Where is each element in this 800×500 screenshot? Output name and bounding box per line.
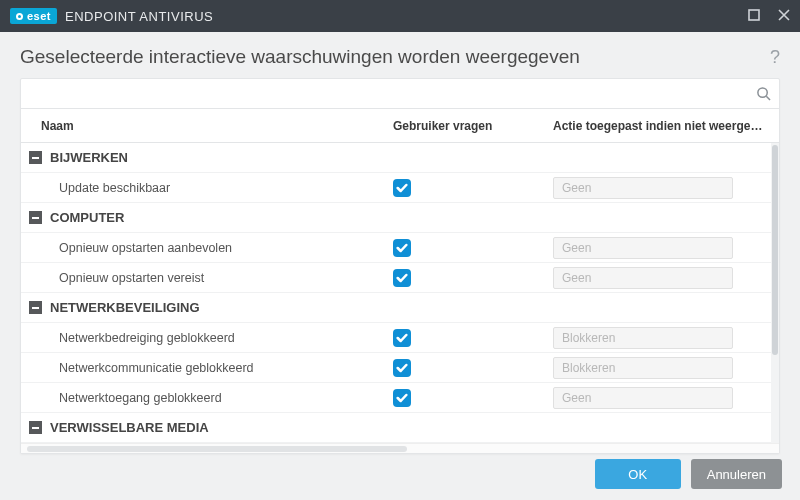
help-icon[interactable]: ? <box>770 47 780 68</box>
window-close-icon[interactable] <box>778 9 790 24</box>
group-row: NETWERKBEVEILIGING <box>21 293 779 323</box>
ask-user-checkbox[interactable] <box>393 359 411 377</box>
group-row: COMPUTER <box>21 203 779 233</box>
group-label: VERWISSELBARE MEDIA <box>50 420 209 435</box>
settings-panel: Naam Gebruiker vragen Actie toegepast in… <box>20 78 780 454</box>
item-name: Netwerkbedreiging geblokkeerd <box>21 331 381 345</box>
ok-button[interactable]: OK <box>595 459 681 489</box>
item-name: Netwerktoegang geblokkeerd <box>21 391 381 405</box>
collapse-icon[interactable] <box>29 151 42 164</box>
item-name: Update beschikbaar <box>21 181 381 195</box>
ask-user-checkbox[interactable] <box>393 269 411 287</box>
search-input[interactable] <box>29 85 756 102</box>
table-row: Netwerkcommunicatie geblokkeerd <box>21 353 779 383</box>
group-row: BIJWERKEN <box>21 143 779 173</box>
svg-point-1 <box>758 88 767 97</box>
collapse-icon[interactable] <box>29 211 42 224</box>
search-icon[interactable] <box>756 86 771 101</box>
brand-text: eset <box>27 10 51 22</box>
window-maximize-icon[interactable] <box>748 9 760 24</box>
action-input[interactable] <box>553 327 733 349</box>
alerts-table: Naam Gebruiker vragen Actie toegepast in… <box>21 109 779 453</box>
table-row: Opnieuw opstarten vereist <box>21 263 779 293</box>
group-row: VERWISSELBARE MEDIA <box>21 413 779 443</box>
item-name: Opnieuw opstarten aanbevolen <box>21 241 381 255</box>
action-input[interactable] <box>553 357 733 379</box>
table-header: Naam Gebruiker vragen Actie toegepast in… <box>21 109 779 143</box>
group-label: NETWERKBEVEILIGING <box>50 300 200 315</box>
item-name: Opnieuw opstarten vereist <box>21 271 381 285</box>
app-title: ENDPOINT ANTIVIRUS <box>65 9 213 24</box>
search-bar <box>21 79 779 109</box>
svg-rect-0 <box>749 10 759 20</box>
dialog-footer: OK Annuleren <box>0 448 800 500</box>
table-body: BIJWERKENUpdate beschikbaarCOMPUTEROpnie… <box>21 143 779 443</box>
table-row: Update beschikbaar <box>21 173 779 203</box>
ask-user-checkbox[interactable] <box>393 389 411 407</box>
col-action[interactable]: Actie toegepast indien niet weergegeven <box>541 119 779 133</box>
ask-user-checkbox[interactable] <box>393 329 411 347</box>
group-label: BIJWERKEN <box>50 150 128 165</box>
table-row: Netwerktoegang geblokkeerd <box>21 383 779 413</box>
collapse-icon[interactable] <box>29 421 42 434</box>
action-input[interactable] <box>553 237 733 259</box>
action-input[interactable] <box>553 267 733 289</box>
ask-user-checkbox[interactable] <box>393 239 411 257</box>
group-label: COMPUTER <box>50 210 124 225</box>
action-input[interactable] <box>553 387 733 409</box>
table-row: Netwerkbedreiging geblokkeerd <box>21 323 779 353</box>
action-input[interactable] <box>553 177 733 199</box>
item-name: Netwerkcommunicatie geblokkeerd <box>21 361 381 375</box>
brand-badge: eset <box>10 8 57 24</box>
cancel-button[interactable]: Annuleren <box>691 459 782 489</box>
col-name[interactable]: Naam <box>21 119 381 133</box>
collapse-icon[interactable] <box>29 301 42 314</box>
col-ask[interactable]: Gebruiker vragen <box>381 119 541 133</box>
page-title: Geselecteerde interactieve waarschuwinge… <box>20 46 580 68</box>
ask-user-checkbox[interactable] <box>393 179 411 197</box>
table-row: Opnieuw opstarten aanbevolen <box>21 233 779 263</box>
window-titlebar: eset ENDPOINT ANTIVIRUS <box>0 0 800 32</box>
vertical-scrollbar[interactable] <box>771 143 779 443</box>
